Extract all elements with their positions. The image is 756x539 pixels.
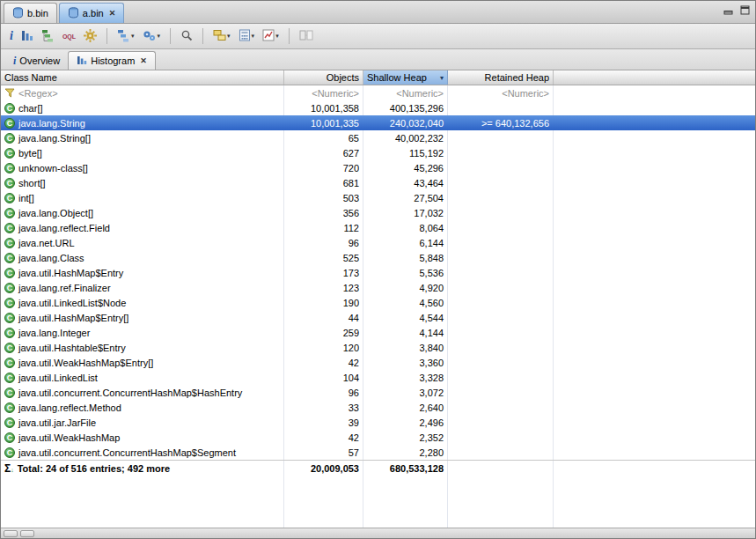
objects-cell: 42	[284, 355, 363, 370]
column-header-objects[interactable]: Objects	[284, 70, 363, 85]
table-row[interactable]: C unknown-class[] 720 45,296	[1, 160, 755, 175]
histogram-button[interactable]	[18, 26, 36, 46]
shallow-heap-filter[interactable]: <Numeric>	[363, 85, 448, 100]
overview-button[interactable]: i	[7, 26, 16, 46]
group-by-button[interactable]: ▾	[210, 26, 233, 46]
close-icon[interactable]: ✕	[109, 10, 116, 18]
retained-heap-cell	[448, 160, 554, 175]
class-name-cell: C char[]	[1, 100, 284, 115]
table-row[interactable]: C java.lang.String[] 65 40,002,232	[1, 130, 755, 145]
editor-tab-a-bin[interactable]: a.bin ✕	[59, 3, 124, 23]
class-name-cell: C java.util.LinkedList	[1, 370, 284, 385]
editor-tab-label: b.bin	[27, 8, 48, 18]
retained-heap-cell	[448, 175, 554, 190]
class-name-text: java.lang.Class	[18, 253, 84, 263]
table-row[interactable]: C java.util.LinkedList 104 3,328	[1, 370, 755, 385]
objects-cell: 627	[284, 145, 363, 160]
table-row[interactable]: C java.lang.Object[] 356 17,032	[1, 205, 755, 220]
table-row[interactable]: C java.net.URL 96 6,144	[1, 235, 755, 250]
class-icon: C	[4, 163, 15, 174]
table-row[interactable]: C char[] 10,001,358 400,135,296	[1, 100, 755, 115]
column-header-filler	[554, 70, 755, 85]
table-empty-area	[1, 476, 755, 528]
expert-tests-button[interactable]: ▾	[140, 26, 164, 46]
class-name-filter[interactable]: <Regex>	[1, 85, 284, 100]
objects-cell: 681	[284, 175, 363, 190]
class-icon: C	[4, 178, 15, 188]
calculator-button[interactable]: ▾	[236, 26, 258, 46]
trim-handle[interactable]	[20, 530, 34, 537]
retained-heap-cell	[448, 415, 554, 430]
column-header-shallow-heap[interactable]: Shallow Heap▾	[363, 70, 448, 85]
class-icon: C	[4, 402, 15, 413]
dominator-tree-button[interactable]	[39, 26, 57, 46]
table-row[interactable]: C java.util.HashMap$Entry 173 5,536	[1, 265, 755, 280]
class-name-cell: C java.util.HashMap$Entry[]	[1, 310, 284, 325]
table-row[interactable]: C java.util.Hashtable$Entry 120 3,840	[1, 340, 755, 355]
export-button[interactable]: ▾	[260, 26, 282, 46]
table-row[interactable]: C java.util.concurrent.ConcurrentHashMap…	[1, 385, 755, 400]
class-icon: C	[4, 343, 15, 353]
histogram-icon	[21, 29, 33, 43]
total-objects: 20,009,053	[284, 461, 363, 476]
minimize-icon[interactable]	[723, 5, 733, 15]
table-row[interactable]: C java.lang.reflect.Field 112 8,064	[1, 220, 755, 235]
class-name-text: java.lang.ref.Finalizer	[18, 283, 111, 293]
oql-button[interactable]: OQL	[60, 26, 78, 46]
class-icon: C	[4, 283, 15, 293]
table-row[interactable]: C java.util.HashMap$Entry[] 44 4,544	[1, 310, 755, 325]
trim-handle[interactable]	[4, 530, 18, 537]
objects-cell: 57	[284, 445, 363, 460]
expert-gears-icon	[143, 29, 157, 44]
shallow-heap-cell: 3,328	[363, 370, 448, 385]
objects-cell: 33	[284, 400, 363, 415]
tree-menu-button[interactable]: ▾	[114, 26, 137, 46]
class-icon: C	[4, 223, 15, 233]
retained-heap-cell	[448, 205, 554, 220]
column-header-class-name[interactable]: Class Name	[1, 70, 284, 85]
gear-button[interactable]	[81, 26, 99, 46]
table-row[interactable]: C int[] 503 27,504	[1, 190, 755, 205]
shallow-heap-cell: 27,504	[363, 190, 448, 205]
table-row[interactable]: C short[] 681 43,464	[1, 175, 755, 190]
table-row[interactable]: C java.util.concurrent.ConcurrentHashMap…	[1, 445, 755, 460]
tab-overview[interactable]: i Overview	[5, 51, 68, 70]
table-row[interactable]: C java.util.jar.JarFile 39 2,496	[1, 415, 755, 430]
close-icon[interactable]: ✕	[140, 57, 147, 65]
column-header-retained-heap[interactable]: Retained Heap	[448, 70, 554, 85]
objects-cell: 96	[284, 385, 363, 400]
retained-heap-cell	[448, 370, 554, 385]
table-row[interactable]: C java.util.LinkedList$Node 190 4,560	[1, 295, 755, 310]
retained-heap-cell	[448, 190, 554, 205]
query-browser-button[interactable]	[178, 26, 195, 46]
view-tab-label: Overview	[19, 55, 60, 66]
compare-button[interactable]	[297, 26, 316, 46]
table-row[interactable]: C java.lang.Integer 259 4,144	[1, 325, 755, 340]
objects-cell: 173	[284, 265, 363, 280]
editor-tab-b-bin[interactable]: b.bin	[4, 3, 57, 23]
objects-filter[interactable]: <Numeric>	[284, 85, 363, 100]
search-icon	[180, 29, 193, 43]
tab-histogram[interactable]: Histogram ✕	[68, 51, 156, 70]
calculator-icon	[239, 29, 251, 43]
maximize-icon[interactable]	[740, 5, 750, 15]
objects-cell: 720	[284, 160, 363, 175]
class-icon: C	[4, 358, 15, 368]
shallow-heap-cell: 4,920	[363, 280, 448, 295]
class-name-text: short[]	[18, 178, 46, 188]
dropdown-arrow-icon: ▾	[158, 33, 161, 40]
table-row[interactable]: C java.lang.String 10,001,335 240,032,04…	[1, 115, 755, 130]
toolbar-separator	[289, 28, 290, 44]
heap-dump-icon	[68, 7, 79, 20]
retained-heap-filter[interactable]: <Numeric>	[448, 85, 554, 100]
chart-icon	[262, 29, 275, 43]
table-row[interactable]: C java.lang.Class 525 5,848	[1, 250, 755, 265]
table-row[interactable]: C byte[] 627 115,192	[1, 145, 755, 160]
table-row[interactable]: C java.util.WeakHashMap 42 2,352	[1, 430, 755, 445]
table-row[interactable]: C java.lang.ref.Finalizer 123 4,920	[1, 280, 755, 295]
retained-heap-cell	[448, 400, 554, 415]
table-row[interactable]: C java.util.WeakHashMap$Entry[] 42 3,360	[1, 355, 755, 370]
shallow-heap-cell: 8,064	[363, 220, 448, 235]
class-name-cell: C java.lang.reflect.Field	[1, 220, 284, 235]
table-row[interactable]: C java.lang.reflect.Method 33 2,640	[1, 400, 755, 415]
